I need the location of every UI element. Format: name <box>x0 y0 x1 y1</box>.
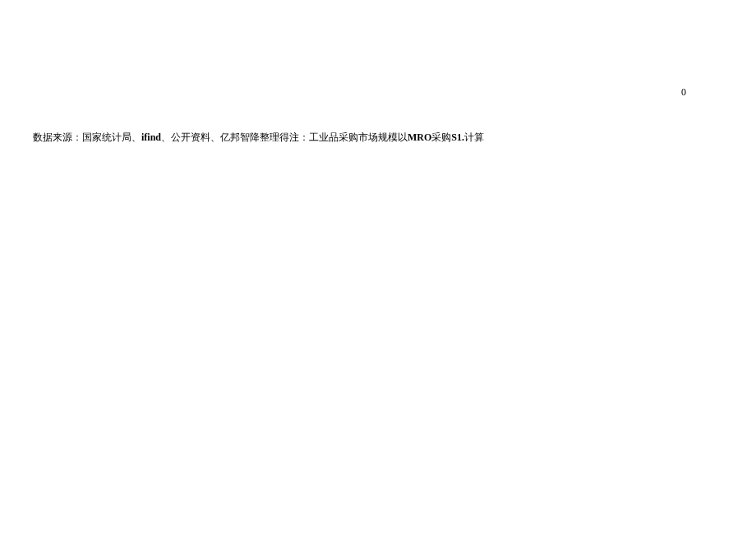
source-ifind: ifind <box>141 131 161 143</box>
source-attribution: 数据来源：国家统计局、ifind、公开资料、亿邦智降整理得注：工业品采购市场规模… <box>33 130 484 145</box>
source-suffix: 计算 <box>464 131 484 143</box>
source-middle1: 、公开资料、亿邦智降整理得注：工业品采购市场规模以 <box>161 131 408 143</box>
source-mro: MRO <box>408 131 431 143</box>
source-s1: S1. <box>451 131 464 143</box>
source-middle2: 采购 <box>431 131 451 143</box>
marker-digit: 0 <box>681 86 686 99</box>
source-prefix: 数据来源：国家统计局、 <box>33 131 141 143</box>
